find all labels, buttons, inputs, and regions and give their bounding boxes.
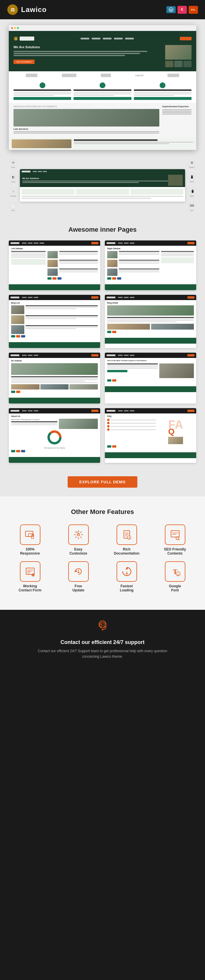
svg-text:✓: ✓ <box>32 574 34 577</box>
side-icon-label: Tablet <box>187 181 196 183</box>
mid-section: SERVICES PROVIDED BY ATTORNEYS Law Servi… <box>9 103 196 138</box>
blog-list-item <box>11 305 98 314</box>
post-line <box>59 254 98 255</box>
blog-list-item <box>11 315 98 324</box>
sidebar-line <box>161 253 194 253</box>
article-line <box>11 382 98 383</box>
thumb-nav <box>118 242 135 244</box>
list-line <box>26 327 98 328</box>
mock-line <box>22 196 183 197</box>
blog-detail-image <box>107 305 194 315</box>
desc-line <box>13 53 140 54</box>
thumb-nav <box>22 355 38 356</box>
thumb-nav-button <box>91 242 98 244</box>
thumb-header <box>105 295 196 300</box>
side-icon-label: Email <box>9 167 18 168</box>
hero-cta-button[interactable]: Get Consultation <box>13 60 35 64</box>
list-line <box>26 317 98 318</box>
thumb-page-title: No Sidebar <box>11 360 98 362</box>
documentation-icon: ★ <box>122 530 132 540</box>
side-icon-item: ⌨ Input <box>187 202 196 211</box>
feature-item-font: T g GoogleFont <box>154 561 196 592</box>
close-dot <box>11 27 13 29</box>
about-image <box>59 419 98 429</box>
page-thumb-faq: FAQ <box>105 408 196 463</box>
left-side-icons: ✉ Email ◧ Layout ☆ Favorites 📄 Docs <box>9 159 18 211</box>
post-line <box>59 261 98 262</box>
logo-text: Lawico <box>21 6 46 14</box>
svg-rect-11 <box>26 531 33 536</box>
email-icon-box: ✉ <box>10 159 16 165</box>
thumb-header <box>9 353 100 358</box>
article-title-line <box>11 376 98 377</box>
svg-text:E: E <box>181 8 183 11</box>
badge-rtl: RTL <box>189 6 198 14</box>
thumb-nav-button <box>91 296 98 299</box>
side-icon-label: Input <box>187 210 196 211</box>
feature-item-documentation: ★ RichDocumentation <box>106 525 148 555</box>
thumb-header <box>105 408 196 414</box>
svg-rect-41 <box>102 629 103 630</box>
contact-form-label: WorkingContact Form <box>19 584 42 592</box>
thumb-page-title: One of the Most Trusted Lawyers in the D… <box>107 360 194 362</box>
thumb-two-col <box>11 251 98 281</box>
svg-marker-32 <box>74 570 77 572</box>
thumb-page-title: Left Sidebar <box>11 248 98 250</box>
mock-nav-bar <box>20 169 185 174</box>
hero-title: We Are Solutions <box>13 45 162 49</box>
faq-line <box>111 423 156 424</box>
side-icon-label: Desktop <box>187 167 196 168</box>
thumb-page-title: Blog Detail <box>107 302 194 304</box>
desc-line <box>13 51 147 52</box>
related-img <box>11 384 40 390</box>
thumb-logo <box>11 355 19 356</box>
feature-title-bar <box>74 89 131 91</box>
feature-desc <box>134 92 192 96</box>
post-image <box>107 251 117 258</box>
feature-cta-bar <box>74 97 131 100</box>
feature-icon <box>160 83 165 88</box>
post-line <box>119 253 159 253</box>
desc-line <box>162 114 192 115</box>
thumb-nav-button <box>187 242 194 244</box>
detail-line <box>107 320 194 321</box>
explore-full-demo-button[interactable]: EXPLORE FULL DEMO <box>68 476 137 488</box>
side-icon-label: Layout <box>9 181 18 183</box>
doc-icon-box: 📄 <box>10 202 16 208</box>
thumb-nav-item <box>124 355 128 356</box>
page-thumb-single-attorney: One of the Most Trusted Lawyers in the D… <box>105 353 196 404</box>
pagination <box>107 277 159 280</box>
sidebar-line <box>11 253 46 253</box>
svg-line-25 <box>178 539 179 540</box>
side-icon-label: Mobile <box>187 195 196 197</box>
tablet-icon-box: 📱 <box>189 173 195 180</box>
faq-dot <box>107 422 109 424</box>
overlay-area <box>9 138 196 150</box>
post-line <box>119 272 159 272</box>
post-title-line <box>59 251 98 252</box>
thumb-nav-item <box>28 355 32 356</box>
partner-logo: natural <box>135 74 144 77</box>
nav-link <box>92 38 101 40</box>
responsive-icon-wrapper <box>20 525 40 545</box>
thumb-row-images <box>11 384 98 390</box>
pages-grid-row4: About Us About with a Development Compan… <box>9 408 196 463</box>
responsive-icon <box>25 530 35 540</box>
logo-icon: ⚖ <box>7 4 18 15</box>
attorney-photo <box>159 363 194 378</box>
list-line <box>26 307 98 308</box>
post-image <box>107 269 117 276</box>
thumb-body: No Sidebar <box>9 358 100 396</box>
mock-body <box>20 187 185 202</box>
features-grid: 100%Responsive EasyCustomize <box>9 525 196 592</box>
page-dot <box>53 277 56 280</box>
svg-text:⚖: ⚖ <box>11 7 15 12</box>
mid-right: Sophisticated Expertise <box>162 105 192 135</box>
keyboard-icon-box: ⌨ <box>189 202 195 208</box>
side-icon-item: 📱 Tablet <box>187 173 196 183</box>
hero-content: We Are Solutions Get Consultation <box>13 45 192 67</box>
header: ⚖ Lawico W E RTL <box>0 0 205 19</box>
page-dot <box>112 379 116 382</box>
page-dot <box>107 277 111 280</box>
thumb-nav-item <box>28 410 32 411</box>
